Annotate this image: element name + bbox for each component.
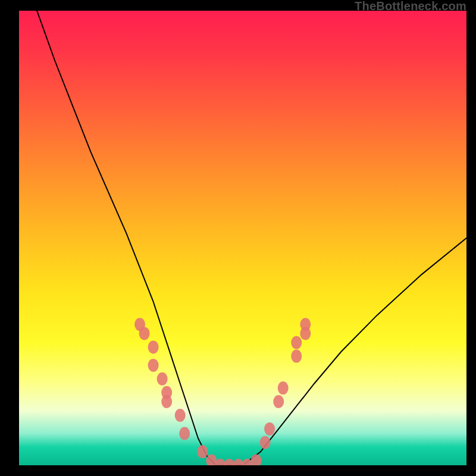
curve-marker <box>197 445 208 458</box>
curve-marker <box>139 327 150 340</box>
curve-marker <box>179 427 190 440</box>
curve-marker <box>148 340 159 353</box>
curve-marker <box>251 454 262 465</box>
curve-marker <box>291 350 302 363</box>
curve-marker <box>148 359 159 372</box>
chart-frame: TheBottleneck.com <box>0 0 476 476</box>
curve-marker <box>161 395 172 408</box>
chart-svg <box>19 11 466 465</box>
curve-marker <box>175 409 186 422</box>
bottleneck-curve-path <box>37 11 466 465</box>
curve-marker <box>300 318 311 331</box>
curve-marker <box>157 372 168 386</box>
markers-group <box>134 318 311 465</box>
plot-area <box>19 11 466 465</box>
curve-marker <box>291 336 302 349</box>
curve-marker <box>278 381 289 394</box>
curve-marker <box>273 395 284 408</box>
watermark-label: TheBottleneck.com <box>355 0 466 12</box>
curve-marker <box>260 436 271 449</box>
curve-marker <box>264 422 275 436</box>
